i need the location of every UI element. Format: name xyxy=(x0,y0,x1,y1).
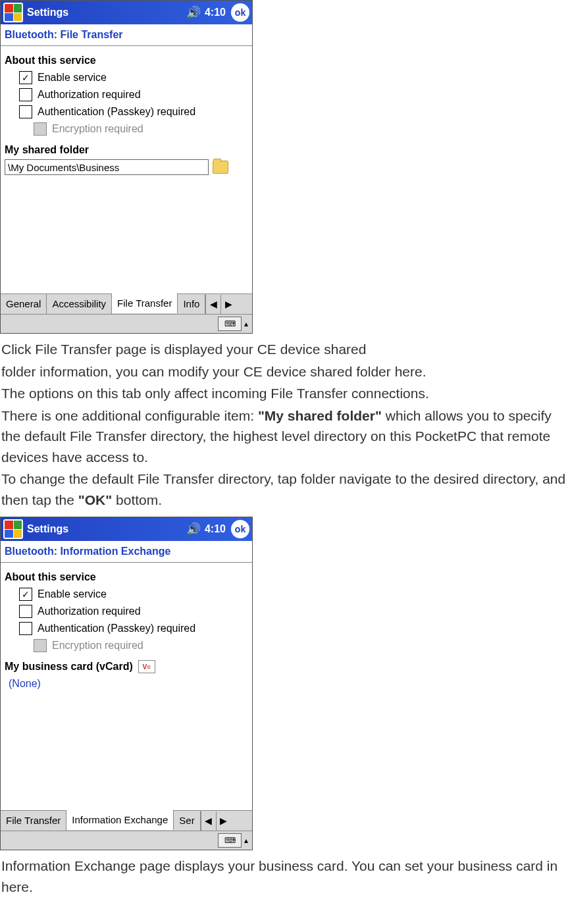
paragraph-4: To change the default File Transfer dire… xyxy=(1,469,567,510)
checkbox-encryption xyxy=(34,122,47,136)
tab-bar: General Accessibility File Transfer Info… xyxy=(1,294,252,314)
paragraph-1a: Click File Transfer page is displayed yo… xyxy=(1,339,567,360)
titlebar: Settings 🔊 4:10 ok xyxy=(1,1,252,24)
paragraph-3a: There is one additional configurable ite… xyxy=(1,408,258,423)
clock: 4:10 xyxy=(205,5,226,20)
tab-information-exchange[interactable]: Information Exchange xyxy=(66,809,174,831)
keyboard-sip-icon[interactable]: ⌨ xyxy=(218,317,242,331)
page-title-2: Bluetooth: Information Exchange xyxy=(1,541,252,563)
option-authn-row: Authentication (Passkey) required xyxy=(19,104,248,120)
option-auth-row-2: Authorization required xyxy=(19,603,248,619)
vcard-label: My business card (vCard) xyxy=(5,659,133,675)
checkbox-enable[interactable]: ✓ xyxy=(19,71,32,84)
tab-ser[interactable]: Ser xyxy=(174,811,200,831)
checkbox-authentication[interactable] xyxy=(19,105,32,118)
browse-folder-icon[interactable] xyxy=(213,161,228,174)
section-about-heading: About this service xyxy=(5,53,248,68)
label-authentication-2: Authentication (Passkey) required xyxy=(38,621,195,636)
option-encrypt-row-2: Encryption required xyxy=(34,638,248,654)
section-shared-heading: My shared folder xyxy=(5,142,248,158)
option-auth-row: Authorization required xyxy=(19,87,248,103)
tab-bar-2: File Transfer Information Exchange Ser ◀… xyxy=(1,810,252,831)
sip-menu-arrow-icon-2[interactable]: ▴ xyxy=(244,834,248,846)
tab-scroll-right-icon[interactable]: ▶ xyxy=(220,295,236,314)
ok-button-2[interactable]: ok xyxy=(231,520,249,538)
volume-icon-2[interactable]: 🔊 xyxy=(186,521,201,538)
vcard-none-link[interactable]: (None) xyxy=(9,676,248,692)
option-encrypt-row: Encryption required xyxy=(34,121,248,137)
shared-path-input[interactable] xyxy=(5,159,209,175)
paragraph-3-bold: "My shared folder" xyxy=(258,408,382,423)
tab-scroll-left-icon-2[interactable]: ◀ xyxy=(201,811,216,831)
label-enable: Enable service xyxy=(38,70,107,86)
option-authn-row-2: Authentication (Passkey) required xyxy=(19,621,248,636)
checkbox-authorization[interactable] xyxy=(19,88,32,101)
paragraph-1b: folder information, you can modify your … xyxy=(1,361,567,382)
ok-button[interactable]: ok xyxy=(231,3,249,22)
paragraph-4b: bottom. xyxy=(112,492,162,507)
titlebar-2: Settings 🔊 4:10 ok xyxy=(1,517,252,541)
paragraph-4-bold: "OK" xyxy=(78,492,112,507)
pocketpc-file-transfer-screenshot: Settings 🔊 4:10 ok Bluetooth: File Trans… xyxy=(0,0,253,334)
tab-file-transfer-2[interactable]: File Transfer xyxy=(1,811,66,831)
sip-menu-arrow-icon[interactable]: ▴ xyxy=(244,318,248,330)
checkbox-authentication-2[interactable] xyxy=(19,622,32,635)
option-enable-row-2: ✓ Enable service xyxy=(19,586,248,602)
clock-2: 4:10 xyxy=(205,521,226,537)
windows-start-icon-2[interactable] xyxy=(3,519,23,539)
tab-scroll-right-icon-2[interactable]: ▶ xyxy=(216,811,231,831)
checkbox-encryption-2 xyxy=(34,639,47,652)
vcard-icon[interactable]: V≡ xyxy=(138,660,155,673)
app-title: Settings xyxy=(27,5,182,20)
section-about-heading-2: About this service xyxy=(5,569,248,585)
label-encryption-2: Encryption required xyxy=(52,638,143,654)
keyboard-sip-icon-2[interactable]: ⌨ xyxy=(218,833,242,848)
paragraph-2: The options on this tab only affect inco… xyxy=(1,383,567,404)
checkbox-enable-2[interactable]: ✓ xyxy=(19,588,32,601)
paragraph-5: Information Exchange page displays your … xyxy=(1,856,567,897)
label-enable-2: Enable service xyxy=(38,586,107,602)
vcard-row: My business card (vCard) V≡ xyxy=(5,659,248,675)
tab-accessibility[interactable]: Accessibility xyxy=(47,294,112,315)
tab-info[interactable]: Info xyxy=(178,294,205,315)
label-authentication: Authentication (Passkey) required xyxy=(38,104,195,120)
tab-scroll-left-icon[interactable]: ◀ xyxy=(205,295,220,314)
content-area-2: About this service ✓ Enable service Auth… xyxy=(1,563,252,810)
bottom-bar: ⌨ ▴ xyxy=(1,314,252,333)
paragraph-3: There is one additional configurable ite… xyxy=(1,405,567,468)
content-area: About this service ✓ Enable service Auth… xyxy=(1,46,252,294)
pocketpc-info-exchange-screenshot: Settings 🔊 4:10 ok Bluetooth: Informatio… xyxy=(0,517,253,850)
tab-file-transfer[interactable]: File Transfer xyxy=(112,293,178,314)
checkbox-authorization-2[interactable] xyxy=(19,605,32,618)
option-enable-row: ✓ Enable service xyxy=(19,70,248,86)
label-authorization: Authorization required xyxy=(38,87,141,103)
label-authorization-2: Authorization required xyxy=(38,603,141,619)
windows-start-icon[interactable] xyxy=(3,3,23,22)
label-encryption: Encryption required xyxy=(52,121,143,137)
volume-icon[interactable]: 🔊 xyxy=(186,4,201,22)
app-title-2: Settings xyxy=(27,521,182,537)
shared-folder-row xyxy=(5,159,248,175)
tab-general[interactable]: General xyxy=(1,294,47,315)
page-title: Bluetooth: File Transfer xyxy=(1,24,252,46)
bottom-bar-2: ⌨ ▴ xyxy=(1,831,252,850)
